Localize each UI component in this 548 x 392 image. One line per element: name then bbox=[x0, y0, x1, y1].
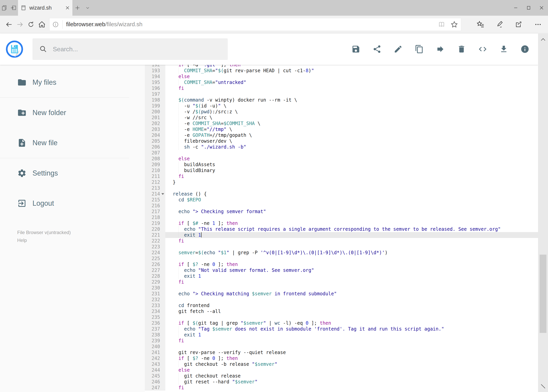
code-line-199[interactable]: 199 -u "$(id -u)" \ bbox=[145, 103, 538, 109]
code-line-220[interactable]: 220 echo "This release script requires a… bbox=[145, 226, 538, 232]
code-editor[interactable]: 192 if [ -d ".git" ]; then193 COMMIT_SHA… bbox=[145, 65, 538, 392]
code-line-243[interactable]: 243 git checkout -b release "$semver" bbox=[145, 361, 538, 367]
code-line-222[interactable]: 222 fi bbox=[145, 238, 538, 244]
page-info-icon[interactable] bbox=[52, 21, 59, 28]
new-tab-button[interactable] bbox=[72, 0, 83, 16]
download-icon[interactable] bbox=[499, 45, 508, 54]
code-line-239[interactable]: 239 fi bbox=[145, 338, 538, 344]
code-line-246[interactable]: 246 git reset --hard "$semver" bbox=[145, 379, 538, 385]
home-icon[interactable] bbox=[36, 18, 47, 31]
share-icon[interactable] bbox=[373, 45, 382, 54]
code-line-241[interactable]: 241 git rev-parse --verify --quiet relea… bbox=[145, 350, 538, 355]
code-line-213[interactable]: 213 bbox=[145, 185, 538, 191]
code-line-198[interactable]: 198 $(command -v winpty) docker run --rm… bbox=[145, 97, 538, 103]
fold-arrow-icon[interactable] bbox=[161, 193, 164, 195]
scroll-down-icon[interactable] bbox=[538, 382, 548, 391]
code-line-236[interactable]: 236 if [ $(git tag | grep "$semver" | wc… bbox=[145, 320, 538, 326]
sidebar-item-settings[interactable]: Settings bbox=[0, 158, 145, 188]
more-options-icon[interactable] bbox=[528, 18, 548, 31]
code-line-232[interactable]: 232 bbox=[145, 297, 538, 302]
code-line-234[interactable]: 234 git fetch --all bbox=[145, 308, 538, 314]
code-line-228[interactable]: 228 exit 1 bbox=[145, 273, 538, 279]
help-link[interactable]: Help bbox=[17, 236, 145, 244]
code-line-192[interactable]: 192 if [ -d ".git" ]; then bbox=[145, 65, 538, 68]
tab-close-icon[interactable] bbox=[65, 6, 70, 10]
code-line-226[interactable]: 226 if [ $? -ne 0 ]; then bbox=[145, 261, 538, 267]
code-line-229[interactable]: 229 fi bbox=[145, 279, 538, 285]
code-line-197[interactable]: 197 bbox=[145, 91, 538, 97]
code-line-231[interactable]: 231 echo "> Checking matching $semver in… bbox=[145, 291, 538, 297]
sidebar-item-my-files[interactable]: My files bbox=[0, 67, 145, 98]
code-line-230[interactable]: 230 bbox=[145, 285, 538, 291]
refresh-icon[interactable] bbox=[25, 18, 36, 31]
sidebar-item-logout[interactable]: Logout bbox=[0, 188, 145, 218]
reading-view-icon[interactable] bbox=[438, 21, 445, 28]
copy-icon[interactable] bbox=[415, 45, 424, 54]
scroll-up-icon[interactable] bbox=[538, 35, 548, 44]
hub-favorites-icon[interactable] bbox=[471, 18, 490, 31]
scrollbar-thumb[interactable] bbox=[540, 255, 547, 333]
tab-preview-icon[interactable] bbox=[0, 0, 9, 16]
tab-list-chevron-icon[interactable] bbox=[83, 0, 93, 16]
code-line-212[interactable]: 212} bbox=[145, 179, 538, 185]
code-icon[interactable] bbox=[478, 45, 487, 54]
code-line-242[interactable]: 242 if [ $? -ne 0 ]; then bbox=[145, 355, 538, 361]
share-page-icon[interactable] bbox=[509, 18, 528, 31]
code-line-210[interactable]: 210 buildBinary bbox=[145, 168, 538, 173]
code-line-238[interactable]: 238 exit 1 bbox=[145, 332, 538, 338]
back-icon[interactable] bbox=[4, 18, 14, 31]
code-line-205[interactable]: 205 filebrowser/dev \ bbox=[145, 138, 538, 144]
code-line-193[interactable]: 193 COMMIT_SHA="$(git rev-parse HEAD | c… bbox=[145, 68, 538, 74]
edit-icon[interactable] bbox=[394, 45, 403, 54]
move-icon[interactable] bbox=[436, 45, 445, 54]
code-line-209[interactable]: 209 buildAssets bbox=[145, 162, 538, 168]
code-line-216[interactable]: 216 bbox=[145, 203, 538, 209]
maximize-button[interactable] bbox=[522, 0, 535, 16]
code-line-195[interactable]: 195 COMMIT_SHA="untracked" bbox=[145, 79, 538, 85]
favorite-star-icon[interactable] bbox=[450, 21, 458, 28]
code-line-233[interactable]: 233 cd frontend bbox=[145, 302, 538, 308]
code-line-235[interactable]: 235 bbox=[145, 314, 538, 320]
code-line-200[interactable]: 200 -v /$(pwd):/src:z \ bbox=[145, 109, 538, 115]
web-notes-pen-icon[interactable] bbox=[490, 18, 509, 31]
code-line-225[interactable]: 225 bbox=[145, 256, 538, 261]
code-line-240[interactable]: 240 bbox=[145, 344, 538, 350]
search-box[interactable] bbox=[33, 38, 228, 60]
code-line-244[interactable]: 244 else bbox=[145, 367, 538, 373]
close-button[interactable] bbox=[535, 0, 548, 16]
code-line-215[interactable]: 215 cd $REPO bbox=[145, 197, 538, 203]
url-bar[interactable]: filebrowser.web/files/wizard.sh bbox=[49, 18, 461, 31]
code-line-223[interactable]: 223 bbox=[145, 244, 538, 250]
code-line-218[interactable]: 218 bbox=[145, 215, 538, 220]
code-line-227[interactable]: 227 echo "Not valid semver format. See s… bbox=[145, 267, 538, 273]
tabs-aside-icon[interactable] bbox=[9, 0, 18, 16]
forward-icon[interactable] bbox=[14, 18, 25, 31]
page-scrollbar[interactable] bbox=[538, 34, 548, 392]
browser-tab[interactable]: wizard.sh bbox=[18, 0, 72, 16]
code-line-237[interactable]: 237 echo "Tag $semver does not exist in … bbox=[145, 326, 538, 332]
code-line-203[interactable]: 203 -e HOME="//tmp" \ bbox=[145, 126, 538, 132]
sidebar-item-new-file[interactable]: New file bbox=[0, 128, 145, 158]
code-line-206[interactable]: 206 sh -c "./wizard.sh -b" bbox=[145, 144, 538, 150]
code-line-196[interactable]: 196 fi bbox=[145, 85, 538, 91]
code-line-224[interactable]: 224 semver=$(echo "$1" | grep -P '^v(0|[… bbox=[145, 250, 538, 256]
url-text[interactable]: filebrowser.web/files/wizard.sh bbox=[66, 21, 142, 28]
info-icon[interactable] bbox=[520, 45, 529, 54]
code-line-201[interactable]: 201 -w //src \ bbox=[145, 115, 538, 120]
search-input[interactable] bbox=[52, 45, 221, 53]
code-line-247[interactable]: 247 fi bbox=[145, 385, 538, 391]
code-line-245[interactable]: 245 git checkout release bbox=[145, 373, 538, 379]
code-line-202[interactable]: 202 -e COMMIT_SHA=$COMMIT_SHA \ bbox=[145, 120, 538, 126]
minimize-button[interactable] bbox=[509, 0, 522, 16]
sidebar-item-new-folder[interactable]: New folder bbox=[0, 98, 145, 128]
code-line-211[interactable]: 211 fi bbox=[145, 173, 538, 179]
code-line-214[interactable]: 214release () { bbox=[145, 191, 538, 197]
filebrowser-logo-icon[interactable] bbox=[6, 40, 23, 58]
delete-icon[interactable] bbox=[457, 45, 466, 54]
code-line-207[interactable]: 207 bbox=[145, 150, 538, 156]
save-icon[interactable] bbox=[351, 45, 360, 54]
code-line-219[interactable]: 219 if [ $# -ne 1 ]; then bbox=[145, 220, 538, 226]
code-line-208[interactable]: 208 else bbox=[145, 156, 538, 162]
code-line-217[interactable]: 217 echo "> Checking semver format" bbox=[145, 209, 538, 215]
code-line-221[interactable]: 221 exit 1 bbox=[145, 232, 538, 238]
